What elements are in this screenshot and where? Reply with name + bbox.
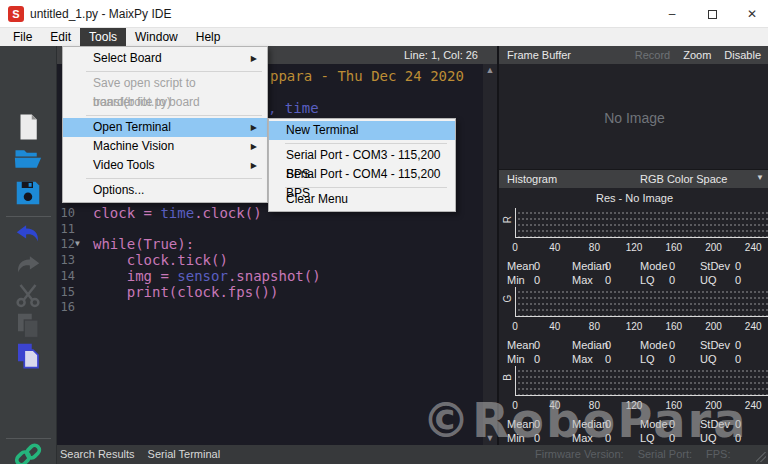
stat-value: 0 bbox=[669, 274, 675, 286]
status-tab-serial-terminal[interactable]: Serial Terminal bbox=[148, 448, 221, 460]
stat-label: Mean bbox=[507, 260, 535, 272]
channel-axis-label: R bbox=[502, 214, 513, 226]
menu-separator bbox=[86, 178, 262, 179]
submenu-item-serial-port-com3-115-200-bps[interactable]: Serial Port - COM3 - 115,200 BPS bbox=[269, 146, 455, 165]
submenu-arrow-icon: ▶ bbox=[251, 118, 257, 137]
save-icon[interactable] bbox=[13, 178, 43, 208]
line-number: 13 bbox=[57, 253, 75, 267]
stat-value: 0 bbox=[605, 418, 611, 430]
stat-label: Mode bbox=[640, 418, 668, 430]
code-fragment: , time bbox=[268, 100, 319, 116]
stat-value: 0 bbox=[534, 432, 540, 444]
menu-item-label: Select Board bbox=[93, 49, 162, 68]
stat-value: 0 bbox=[534, 274, 540, 286]
stat-label: UQ bbox=[700, 274, 717, 286]
menubar-item-file[interactable]: File bbox=[4, 28, 41, 46]
color-space-select[interactable]: RGB Color Space bbox=[640, 173, 727, 185]
channel-axis-label: G bbox=[502, 293, 513, 305]
code-line: 15 print(clock.fps()) bbox=[57, 284, 477, 300]
submenu-arrow-icon: ▶ bbox=[251, 137, 257, 156]
axis-tick-label: 240 bbox=[745, 321, 762, 332]
menubar-item-tools[interactable]: Tools bbox=[80, 28, 126, 46]
frame-buffer-action-zoom[interactable]: Zoom bbox=[683, 49, 711, 61]
connect-link-icon[interactable] bbox=[13, 440, 43, 464]
resize-grip[interactable] bbox=[756, 452, 766, 462]
submenu-arrow-icon: ▶ bbox=[251, 49, 257, 68]
cut-icon bbox=[13, 280, 43, 310]
minimize-button[interactable]: – bbox=[652, 0, 692, 28]
menu-item-machine-vision[interactable]: Machine Vision▶ bbox=[63, 137, 267, 156]
frame-buffer-action-record: Record bbox=[635, 49, 670, 61]
channel-x-axis: 04080120160200240 bbox=[515, 400, 768, 412]
chevron-down-icon[interactable]: ▼ bbox=[756, 173, 764, 182]
axis-tick-label: 200 bbox=[705, 321, 722, 332]
undo-icon[interactable] bbox=[13, 219, 43, 249]
stat-label: LQ bbox=[640, 353, 655, 365]
stat-value: 0 bbox=[669, 260, 675, 272]
menubar-item-edit[interactable]: Edit bbox=[41, 28, 80, 46]
menubar-item-help[interactable]: Help bbox=[187, 28, 230, 46]
line-number: 15 bbox=[57, 285, 75, 299]
channel-stats-row: Mean0Median0Mode0StDev0 bbox=[507, 339, 767, 352]
line-number: 12 bbox=[57, 237, 75, 251]
no-image-placeholder: No Image bbox=[499, 110, 768, 126]
axis-tick-label: 120 bbox=[626, 321, 643, 332]
scroll-down-icon[interactable]: ▼ bbox=[483, 432, 497, 445]
stat-value: 0 bbox=[735, 274, 741, 286]
axis-tick-label: 240 bbox=[745, 242, 762, 253]
axis-tick-label: 0 bbox=[512, 400, 518, 411]
menu-item-transfer-file-to-board: transfer file to board bbox=[63, 93, 267, 112]
stat-label: Max bbox=[572, 432, 593, 444]
axis-tick-label: 80 bbox=[589, 321, 600, 332]
stat-value: 0 bbox=[669, 432, 675, 444]
submenu-item-clear-menu[interactable]: Clear Menu bbox=[269, 190, 455, 209]
stat-label: Mode bbox=[640, 339, 668, 351]
new-file-icon[interactable] bbox=[13, 112, 43, 142]
stat-value: 0 bbox=[534, 353, 540, 365]
line-number: 11 bbox=[57, 222, 75, 236]
stat-label: Mode bbox=[640, 260, 668, 272]
stat-label: StDev bbox=[700, 260, 730, 272]
stat-label: Max bbox=[572, 274, 593, 286]
stat-value: 0 bbox=[669, 418, 675, 430]
tools-menu: Select Board▶Save open script to board(b… bbox=[62, 46, 268, 203]
code-text: while(True): bbox=[93, 236, 194, 252]
axis-tick-label: 0 bbox=[512, 242, 518, 253]
menu-item-open-terminal[interactable]: Open Terminal▶ bbox=[63, 118, 267, 137]
open-folder-icon[interactable] bbox=[13, 144, 43, 174]
stat-label: Min bbox=[507, 432, 525, 444]
stat-value: 0 bbox=[605, 274, 611, 286]
cursor-position: Line: 1, Col: 26 bbox=[404, 49, 478, 61]
axis-tick-label: 80 bbox=[589, 400, 600, 411]
menu-item-options[interactable]: Options... bbox=[63, 181, 267, 200]
editor-scrollbar[interactable]: ▲ ▼ bbox=[483, 64, 497, 445]
menubar-item-window[interactable]: Window bbox=[126, 28, 187, 46]
frame-buffer-action-disable[interactable]: Disable bbox=[724, 49, 761, 61]
channel-stats-row: Min0Max0LQ0UQ0 bbox=[507, 353, 767, 366]
status-info-fps: FPS: bbox=[706, 448, 730, 460]
copy-icon bbox=[13, 310, 43, 340]
stat-value: 0 bbox=[669, 353, 675, 365]
close-button[interactable]: ✕ bbox=[732, 0, 768, 28]
channel-stats-row: Mean0Median0Mode0StDev0 bbox=[507, 418, 767, 431]
status-tab-search-results[interactable]: Search Results bbox=[60, 448, 135, 460]
status-info-serial-port: Serial Port: bbox=[638, 448, 692, 460]
axis-tick-label: 40 bbox=[549, 400, 560, 411]
submenu-item-new-terminal[interactable]: New Terminal bbox=[269, 121, 455, 140]
menu-item-video-tools[interactable]: Video Tools▶ bbox=[63, 156, 267, 175]
histogram-channel-b: B04080120160200240Mean0Median0Mode0StDev… bbox=[499, 366, 768, 444]
maximize-button[interactable] bbox=[692, 0, 732, 28]
menu-item-select-board[interactable]: Select Board▶ bbox=[63, 49, 267, 68]
sidebar-separator bbox=[6, 438, 51, 439]
scroll-up-icon[interactable]: ▲ bbox=[483, 64, 497, 77]
submenu-item-serial-port-com4-115-200-bps[interactable]: Serial Port - COM4 - 115,200 BPS bbox=[269, 165, 455, 184]
paste-icon[interactable] bbox=[13, 340, 43, 370]
stat-label: Median bbox=[572, 418, 608, 430]
stat-label: LQ bbox=[640, 432, 655, 444]
fold-arrow-icon[interactable]: ▼ bbox=[75, 239, 80, 248]
frame-buffer-view: No Image bbox=[499, 64, 768, 170]
channel-plot-area bbox=[515, 208, 768, 238]
channel-stats-row: Min0Max0LQ0UQ0 bbox=[507, 274, 767, 287]
title-bar: S untitled_1.py - MaixPy IDE – ✕ bbox=[0, 0, 768, 28]
menu-separator bbox=[285, 143, 447, 144]
